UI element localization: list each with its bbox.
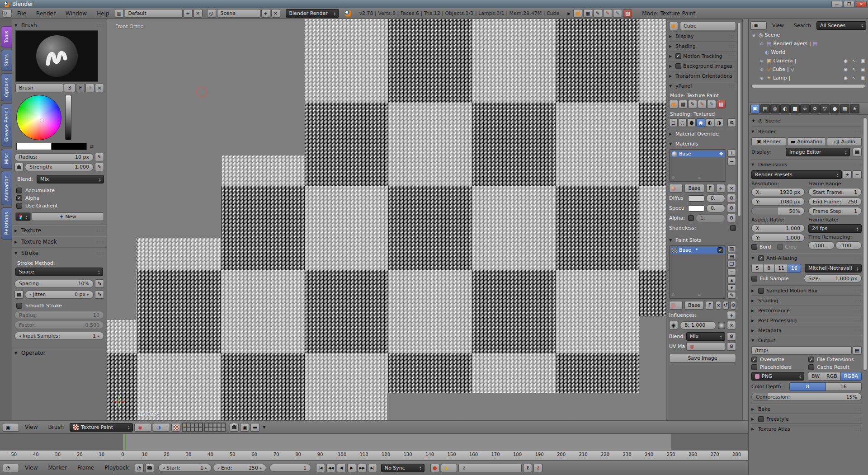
shading-settings-gear-icon[interactable]: ⚙ — [727, 118, 736, 127]
material-unlink-button[interactable]: × — [727, 184, 736, 193]
brush-preview[interactable] — [15, 30, 98, 82]
renderability-camera-icon[interactable]: ▣ — [859, 58, 866, 63]
scene-delete-button[interactable]: × — [271, 9, 280, 18]
outliner-scrollbar[interactable] — [751, 84, 865, 88]
play-icon[interactable]: ▶ — [560, 11, 572, 16]
mode-sculpt-icon[interactable]: ✎ — [593, 9, 602, 18]
input-samples-field[interactable]: ◂Input Samples:1▸ — [14, 332, 104, 340]
wireframe-shading-icon[interactable]: ◌ — [678, 118, 687, 127]
3d-viewport[interactable]: Front Ortho (1) Cube — [107, 19, 748, 420]
outliner-item-label[interactable]: World — [771, 49, 786, 55]
slot-move-down-button[interactable]: ▾ — [727, 284, 736, 291]
object-mode-icon[interactable]: ■ — [669, 100, 678, 108]
uv-map-field[interactable]: ◍ — [686, 342, 725, 351]
list-add-icon[interactable]: ⊕ — [671, 292, 675, 297]
outliner-row-world[interactable]: ◐ World — [750, 48, 866, 56]
color-mode-button[interactable]: RGBA — [840, 372, 862, 381]
stroke-method-selector[interactable]: Space▴▾ — [15, 268, 103, 276]
properties-tab-icon[interactable]: ◎ — [770, 104, 780, 113]
sync-mode-selector[interactable]: No Sync▴▾ — [381, 464, 425, 472]
material-slot-remove-button[interactable]: − — [727, 158, 736, 165]
material-name-field[interactable]: Base — [684, 184, 704, 193]
alpha-checkbox[interactable]: ✓ — [16, 195, 22, 201]
panel-collapse-icon[interactable]: ▶ — [14, 229, 19, 233]
slot-image-button[interactable]: ▤ — [727, 253, 736, 260]
resolution-x-field[interactable]: X:1920 px — [751, 188, 805, 196]
brush-panel-header[interactable]: ▼ Brush :::: — [14, 21, 104, 30]
image-name-field[interactable]: Base — [684, 301, 704, 310]
operator-panel-header[interactable]: ▼ Operator — [14, 348, 104, 357]
slot-move-up-button[interactable]: ▴ — [727, 277, 736, 283]
slot-visible-checkbox[interactable]: ✓ — [717, 247, 723, 253]
render-presets-selector[interactable]: Render Presets▴▾ — [751, 170, 842, 179]
minimize-button[interactable]: — — [831, 1, 842, 7]
materials-header[interactable]: ▼Materials — [669, 139, 736, 149]
layout-delete-button[interactable]: × — [193, 9, 203, 18]
texture-panel-header[interactable]: ▶ Texture :::: — [14, 226, 104, 235]
editor-type-info-icon[interactable]: ⓘ▴▾ — [3, 9, 12, 18]
viewport-menu-view[interactable]: View — [20, 424, 42, 430]
diffuse-color-swatch[interactable] — [688, 195, 704, 202]
material-slot-item[interactable]: Base ❖ — [670, 150, 725, 157]
jump-to-end-button[interactable]: ▶| — [368, 464, 377, 472]
pivot-point-selector[interactable]: ◉▴▾ — [134, 423, 151, 432]
strength-slider[interactable]: Strength:1.000 — [25, 163, 94, 171]
play-reverse-button[interactable]: ◀ — [337, 464, 346, 472]
material-fake-user-button[interactable]: F — [706, 184, 714, 193]
render-engine-selector[interactable]: Blender Render▴▾ — [286, 9, 339, 18]
material-browse-selector[interactable]: ▴▾ — [669, 184, 683, 193]
mode-edit-icon[interactable]: ▦ — [583, 9, 592, 18]
opengl-render-image-icon[interactable]: ▣ — [240, 423, 249, 432]
menu-render[interactable]: Render — [32, 10, 60, 17]
tool-shelf-tab[interactable]: Misc — [1, 149, 12, 169]
menu-help[interactable]: Help — [92, 10, 113, 17]
image-gear-icon[interactable]: ⚙ — [731, 301, 736, 310]
properties-tab-icon[interactable]: ▽ — [820, 104, 830, 113]
diffuse-gear-icon[interactable]: ⚙ — [727, 194, 736, 202]
outliner-row-lamp[interactable]: ⊕ ☀ Lamp | ◉ ↖ ▣ — [750, 74, 866, 82]
file-format-selector[interactable]: PNG▴▾ — [751, 372, 804, 381]
slot-new-image-button[interactable]: ▥ — [727, 245, 736, 252]
tool-shelf-tab[interactable]: Relations — [1, 207, 12, 240]
panel-collapse-icon[interactable]: ▼ — [14, 351, 19, 355]
layer-grid-right[interactable] — [204, 423, 226, 432]
color-depth-button[interactable]: 8 — [789, 382, 826, 391]
color-depth-button[interactable]: 16 — [826, 382, 862, 391]
keying-set-selector[interactable]: ◆▴▾ — [441, 464, 457, 472]
properties-tab-icon[interactable]: ◐ — [780, 104, 790, 113]
texture-paint-mode-icon[interactable]: ▨ — [717, 100, 726, 108]
texture-toggle-icon[interactable] — [171, 423, 180, 432]
material-slot-list[interactable]: Base ❖ ⊕≡ — [669, 149, 726, 182]
timeline-menu-frame[interactable]: Frame — [73, 465, 99, 471]
header-more-icon[interactable]: ▼ — [263, 425, 267, 429]
visibility-eye-icon[interactable]: ◉ — [842, 58, 849, 63]
expand-icon[interactable]: ⊕ — [759, 42, 765, 46]
cache-result-checkbox[interactable] — [808, 364, 814, 370]
layer-grid-left[interactable] — [182, 423, 203, 432]
influence-texture-thumb[interactable] — [718, 322, 725, 329]
properties-scrollbar[interactable] — [863, 118, 867, 371]
solid-shading-icon[interactable]: ● — [687, 118, 696, 127]
collapsed-panel-header[interactable]: ▶Metadata:::: — [751, 325, 862, 335]
influence-b-slider[interactable]: B: 1.000 — [680, 321, 716, 329]
timeline-ruler[interactable]: -50-40-30-20-100102030405060708090100110… — [0, 450, 748, 460]
expand-icon[interactable]: ⊕ — [759, 76, 765, 80]
file-extensions-checkbox[interactable]: ✓ — [808, 357, 814, 362]
overwrite-checkbox[interactable]: ✓ — [751, 357, 757, 362]
aspect-x-field[interactable]: X:1.000 — [751, 224, 805, 232]
weight-paint-mode-icon[interactable]: ✎ — [707, 100, 716, 108]
diffuse-intensity[interactable]: 0. — [706, 194, 725, 202]
panel-drag-icon[interactable]: :::: — [97, 23, 104, 28]
end-frame-field[interactable]: End Frame:250 — [808, 198, 862, 206]
material-add-button[interactable]: + — [716, 184, 725, 193]
aa-filter-selector[interactable]: Mitchell-Netravali▴▾ — [805, 264, 862, 273]
menu-window[interactable]: Window — [61, 10, 91, 17]
slot-blend-selector[interactable]: Mix▴▾ — [686, 332, 725, 341]
selectability-cursor-icon[interactable]: ↖ — [851, 58, 858, 63]
material-override-header[interactable]: ▶Material Override — [669, 129, 736, 139]
collapsed-panel-header[interactable]: ▶Bake:::: — [751, 404, 862, 414]
accumulate-checkbox[interactable] — [16, 188, 22, 193]
panel-drag-icon[interactable]: :::: — [97, 240, 104, 244]
renderability-camera-icon[interactable]: ▣ — [859, 67, 866, 72]
selectability-cursor-icon[interactable]: ↖ — [851, 67, 858, 72]
